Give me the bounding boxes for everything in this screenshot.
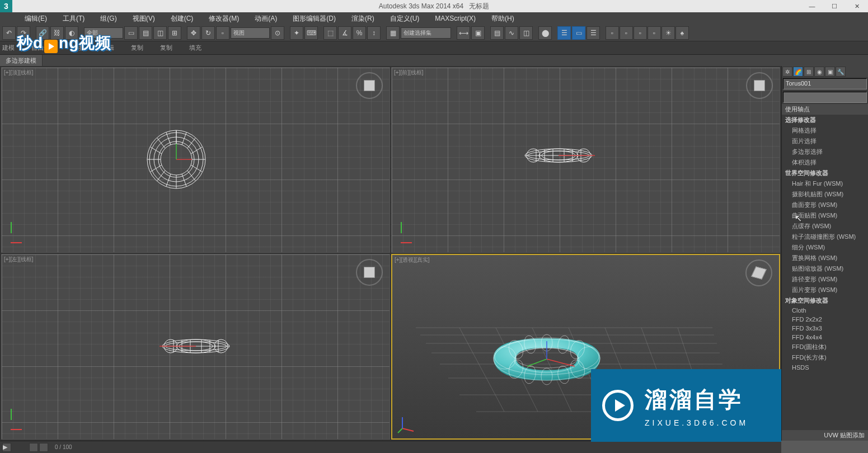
undo-button[interactable]: ↶ <box>2 26 16 40</box>
mod-hsds[interactable]: HSDS <box>782 363 868 372</box>
ribbon-copy2[interactable]: 复制 <box>160 44 172 52</box>
mod-surf-deform[interactable]: 曲面变形 (WSM) <box>782 200 868 210</box>
snap-button[interactable]: ⬚ <box>323 26 337 40</box>
menu-animation[interactable]: 动画(A) <box>247 13 285 25</box>
mod-patch-select[interactable]: 面片选择 <box>782 136 868 147</box>
tab-utilities-icon[interactable]: 🔧 <box>836 67 846 77</box>
viewport-front-label[interactable]: [+][前][线框] <box>394 69 424 77</box>
ref-coord-system[interactable]: 视图 <box>231 27 270 39</box>
ribbon-copy1[interactable]: 复制 <box>131 44 143 52</box>
ribbon-fill[interactable]: 填充 <box>189 44 201 52</box>
layer-button[interactable]: ▤ <box>490 26 504 40</box>
tool-c[interactable]: ▫ <box>634 26 647 40</box>
pivot-button[interactable]: ⊙ <box>271 26 284 40</box>
render-setup-button[interactable]: ☰ <box>557 26 571 40</box>
app-icon[interactable]: 3 <box>0 0 12 12</box>
mod-ffd-3x3x3[interactable]: FFD 3x3x3 <box>782 324 868 333</box>
viewcube-top[interactable] <box>356 72 383 99</box>
mod-ffd-2x2x2[interactable]: FFD 2x2x2 <box>782 315 868 324</box>
close-button[interactable]: ✕ <box>846 0 868 12</box>
menu-maxscript[interactable]: MAXScript(X) <box>427 13 484 23</box>
angle-snap-button[interactable]: ∡ <box>338 26 351 40</box>
viewcube-left[interactable] <box>356 259 383 286</box>
tab-create-icon[interactable]: ✲ <box>782 67 792 77</box>
tab-hierarchy-icon[interactable]: ⊞ <box>804 67 814 77</box>
mod-ffd-cyl[interactable]: FFD(圆柱体) <box>782 342 868 352</box>
mod-path-deform[interactable]: 路径变形 (WSM) <box>782 274 868 285</box>
mod-vol-select[interactable]: 体积选择 <box>782 157 868 168</box>
tool-f[interactable]: ♠ <box>675 26 689 40</box>
keyboard-button[interactable]: ⌨ <box>304 26 318 40</box>
ribbon-modeling[interactable]: 建模 <box>2 44 15 52</box>
minimize-button[interactable]: — <box>801 0 823 12</box>
menu-graph-editors[interactable]: 图形编辑器(D) <box>285 13 344 25</box>
viewcube-front[interactable] <box>746 72 773 99</box>
mod-mesh-select[interactable]: 网格选择 <box>782 125 868 136</box>
mod-hair-fur[interactable]: Hair 和 Fur (WSM) <box>782 178 868 189</box>
rotate-button[interactable]: ↻ <box>201 26 215 40</box>
tool-e[interactable]: ☀ <box>661 26 675 40</box>
mod-camera-map[interactable]: 摄影机贴图 (WSM) <box>782 189 868 200</box>
menu-create[interactable]: 创建(C) <box>163 13 201 25</box>
mod-particle-flow[interactable]: 粒子流碰撞图形 (WSM) <box>782 232 868 242</box>
window-crossing-button[interactable]: ⊞ <box>168 26 181 40</box>
mod-ffd-4x4x4[interactable]: FFD 4x4x4 <box>782 333 868 342</box>
menu-edit[interactable]: 编辑(E) <box>17 13 55 25</box>
menu-modifiers[interactable]: 修改器(M) <box>201 13 247 25</box>
select-name-button[interactable]: ▤ <box>139 26 152 40</box>
torus-object[interactable] <box>522 147 595 165</box>
viewport-front[interactable]: [+][前][线框] <box>391 67 780 253</box>
mod-mapscaler[interactable]: 贴图缩放器 (WSM) <box>782 263 868 274</box>
material-button[interactable]: ⬤ <box>538 26 552 40</box>
viewport-left-label[interactable]: [+][左][线框] <box>4 256 34 263</box>
tab-modify-icon[interactable]: 🌈 <box>793 67 803 77</box>
mod-ffd-box[interactable]: FFD(长方体) <box>782 352 868 363</box>
viewport-left[interactable]: [+][左][线框] <box>1 254 390 440</box>
torus-object[interactable] <box>143 126 210 194</box>
maximize-button[interactable]: ☐ <box>823 0 846 12</box>
percent-snap-button[interactable]: % <box>353 26 366 40</box>
tab-display-icon[interactable]: ▣ <box>825 67 835 77</box>
move-button[interactable]: ✥ <box>187 26 200 40</box>
mod-subdivide[interactable]: 细分 (WSM) <box>782 242 868 253</box>
render-frame-button[interactable]: ▭ <box>572 26 585 40</box>
select-button[interactable]: ▭ <box>124 26 138 40</box>
play-back-button[interactable]: ▶ <box>2 443 11 452</box>
mod-patch-deform[interactable]: 面片变形 (WSM) <box>782 285 868 295</box>
viewport-top-label[interactable]: [+][顶][线框] <box>4 69 34 77</box>
mirror-button[interactable]: ⟷ <box>457 26 470 40</box>
object-name-field[interactable]: Torus001 <box>783 78 867 89</box>
uvw-label: UVW 贴图添加 <box>782 430 868 441</box>
tab-poly-modeling[interactable]: 多边形建模 <box>0 55 43 66</box>
tool-d[interactable]: ▫ <box>648 26 661 40</box>
render-button[interactable]: ☰ <box>587 26 600 40</box>
menu-group[interactable]: 组(G) <box>92 13 124 25</box>
window-title: Autodesk 3ds Max 2014 x64 无标题 <box>379 2 489 11</box>
tool-b[interactable]: ▫ <box>620 26 633 40</box>
scale-button[interactable]: ▫ <box>216 26 229 40</box>
sc-b[interactable] <box>39 443 48 452</box>
curve-editor-button[interactable]: ∿ <box>505 26 518 40</box>
viewport-persp-label[interactable]: [+][透视][真实] <box>395 256 430 264</box>
viewport-top[interactable]: [+][顶][线框] <box>1 67 390 253</box>
named-sel-set[interactable]: 创建选择集 <box>401 27 451 39</box>
menu-customize[interactable]: 自定义(U) <box>382 13 428 25</box>
tool-a[interactable]: ▫ <box>606 26 619 40</box>
sc-a[interactable] <box>29 443 38 452</box>
schematic-button[interactable]: ◫ <box>519 26 533 40</box>
menu-rendering[interactable]: 渲染(R) <box>344 13 382 25</box>
modifier-list-dropdown[interactable] <box>783 92 867 103</box>
spinner-snap-button[interactable]: ↕ <box>367 26 381 40</box>
manipulate-button[interactable]: ✦ <box>290 26 303 40</box>
align-button[interactable]: ▣ <box>471 26 485 40</box>
torus-object[interactable] <box>159 338 232 356</box>
mod-poly-select[interactable]: 多边形选择 <box>782 147 868 157</box>
tab-motion-icon[interactable]: ◉ <box>814 67 824 77</box>
mod-cloth[interactable]: Cloth <box>782 306 868 315</box>
select-region-button[interactable]: ◫ <box>153 26 167 40</box>
menu-help[interactable]: 帮助(H) <box>484 13 522 25</box>
menu-view[interactable]: 视图(V) <box>125 13 163 25</box>
mod-disp-mesh[interactable]: 置换网格 (WSM) <box>782 253 868 263</box>
named-sel-button[interactable]: ▦ <box>386 26 400 40</box>
menu-tools[interactable]: 工具(T) <box>55 13 92 25</box>
